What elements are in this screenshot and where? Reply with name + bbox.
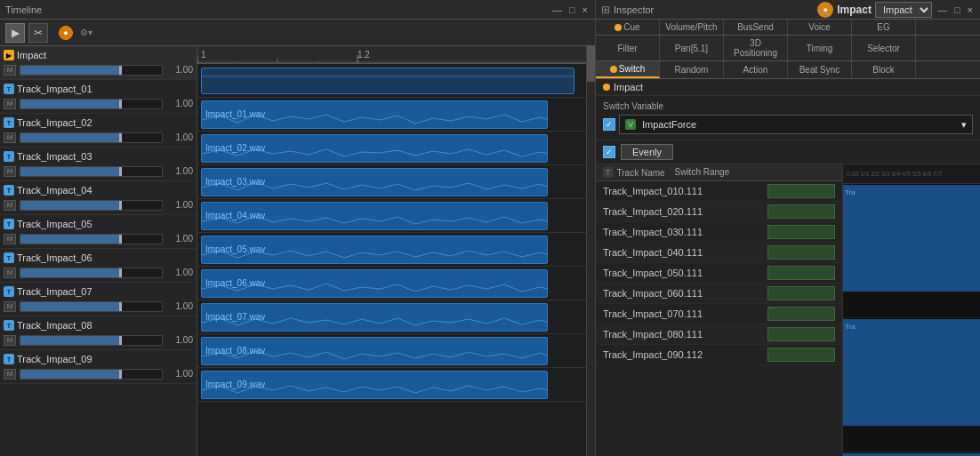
- fader-1[interactable]: [20, 99, 163, 109]
- track-fader-master[interactable]: [20, 65, 163, 76]
- mute-2[interactable]: M: [4, 132, 16, 143]
- vol-5: 1.00: [166, 234, 193, 244]
- inspector-maximize-button[interactable]: □: [952, 4, 962, 15]
- cut-tool-button[interactable]: ✂: [28, 23, 48, 43]
- switch-enabled-checkbox[interactable]: ✓: [603, 118, 615, 131]
- inspector-header: ⊞ Inspector ● Impact Impact — □ ×: [596, 0, 980, 20]
- clip-4[interactable]: Impact_04.wav: [201, 202, 548, 230]
- inspector-event-dropdown[interactable]: Impact: [875, 2, 932, 18]
- add-track-button[interactable]: ●: [59, 26, 73, 40]
- mute-6[interactable]: M: [4, 268, 16, 278]
- scrollbar-thumb[interactable]: [587, 46, 595, 82]
- settings-icon[interactable]: ⚙▾: [80, 28, 92, 37]
- fader-6[interactable]: [20, 268, 163, 278]
- viz-row-3: Tra: [843, 452, 980, 456]
- row-range-4: 0.111: [679, 247, 767, 258]
- evenly-row: ✓ Evenly: [596, 140, 980, 164]
- tab-switch[interactable]: Switch: [596, 61, 660, 78]
- table-row: Track_Impact_02 0.111: [596, 202, 842, 222]
- timeline-scrollbar[interactable]: [586, 46, 595, 456]
- viz-bar-1: Tra: [843, 184, 980, 317]
- viz-section: 0.00 1/1 2/2 3/3 9/4 4/5 5/5 6/6 7/7 Tra…: [842, 164, 980, 456]
- mute-4[interactable]: M: [4, 200, 16, 211]
- inspector-close-button[interactable]: ×: [966, 4, 975, 15]
- fader-2[interactable]: [20, 132, 163, 143]
- table-row: Track_Impact_08 0.111: [596, 324, 842, 345]
- tab-filter-label: Filter: [617, 44, 637, 53]
- fader-3[interactable]: [20, 166, 163, 177]
- viz-bar-3: Tra: [843, 452, 980, 456]
- track-item-master: ▶ Impact M 1.00: [0, 46, 197, 80]
- viz-scale-labels: 0.00 1/1 2/2 3/3 9/4 4/5 5/5 6/6 7/7: [847, 171, 942, 177]
- clip-1[interactable]: Impact_01.wav: [201, 100, 548, 129]
- tab-voice[interactable]: Voice: [788, 20, 852, 35]
- col-track-name: Track Name: [617, 168, 665, 178]
- track-list: ▶ Impact M 1.00 TTrack_Impact_01 M1.00: [0, 46, 197, 456]
- track-mute-button-master[interactable]: M: [4, 65, 16, 76]
- mute-7[interactable]: M: [4, 301, 16, 312]
- timeline-maximize-button[interactable]: □: [567, 4, 577, 15]
- fader-8[interactable]: [20, 335, 163, 346]
- table-row: Track_Impact_05 0.111: [596, 263, 842, 284]
- tab-selector[interactable]: Selector: [852, 36, 916, 60]
- switch-var-row: ✓ V ImpactForce ▾: [603, 115, 973, 134]
- clips-scroll[interactable]: Impact_01.wav Impact_02.wav: [197, 64, 586, 456]
- tab-volume-pitch[interactable]: Volume/Pitch: [660, 20, 724, 35]
- mute-5[interactable]: M: [4, 234, 16, 244]
- tab-pan[interactable]: Pan[5.1]: [660, 36, 724, 60]
- variable-dropdown[interactable]: V ImpactForce ▾: [619, 115, 973, 134]
- fader-9[interactable]: [20, 369, 163, 380]
- row-range-6: 0.111: [679, 288, 767, 299]
- timeline-minimize-button[interactable]: —: [550, 4, 564, 15]
- mute-3[interactable]: M: [4, 166, 16, 177]
- track-name-9: Track_Impact_09: [17, 354, 193, 364]
- clip-9[interactable]: Impact_09.wav: [201, 371, 548, 399]
- clip-name-2: Impact_02.wav: [205, 143, 265, 153]
- track-name-row: ▶ Impact: [4, 50, 193, 60]
- clip-6[interactable]: Impact_06.wav: [201, 269, 548, 298]
- fader-7[interactable]: [20, 301, 163, 312]
- clip-3[interactable]: Impact_03.wav: [201, 168, 548, 196]
- timeline-body: ▶ Impact M 1.00 TTrack_Impact_01 M1.00: [0, 46, 595, 456]
- inspector-grid-icon: ⊞: [601, 4, 610, 16]
- inspector-minimize-button[interactable]: —: [936, 4, 949, 15]
- vol-2: 1.00: [166, 132, 193, 142]
- clip-2[interactable]: Impact_02.wav: [201, 134, 548, 163]
- mute-8[interactable]: M: [4, 335, 16, 346]
- timeline-header: Timeline — □ ×: [0, 0, 595, 20]
- event-label-row: Impact: [596, 79, 980, 96]
- timeline-close-button[interactable]: ×: [581, 4, 590, 15]
- tab-bus-send[interactable]: BusSend: [724, 20, 788, 35]
- fader-5[interactable]: [20, 234, 163, 244]
- tab-eg[interactable]: EG: [852, 20, 916, 35]
- range-bar-6: [767, 286, 835, 300]
- range-bar-8: [767, 327, 835, 341]
- fader-4[interactable]: [20, 200, 163, 211]
- viz-row-1: Tra: [843, 184, 980, 318]
- mute-9[interactable]: M: [4, 369, 16, 380]
- col-switch-range: Switch Range: [675, 167, 764, 178]
- track-item-3: TTrack_Impact_03 M1.00: [0, 148, 197, 181]
- clip-master[interactable]: [201, 68, 574, 94]
- mute-1[interactable]: M: [4, 99, 16, 109]
- evenly-button[interactable]: Evenly: [621, 144, 673, 160]
- clip-row-5: Impact_05.wav: [197, 233, 586, 267]
- tab-3d-positioning[interactable]: 3D Positioning: [724, 36, 788, 60]
- clip-8[interactable]: Impact_08.wav: [201, 337, 548, 365]
- tab-action[interactable]: Action: [724, 61, 788, 78]
- select-tool-button[interactable]: ▶: [5, 23, 25, 43]
- evenly-checkbox[interactable]: ✓: [603, 146, 615, 158]
- vol-6: 1.00: [166, 268, 193, 277]
- svg-rect-9: [843, 185, 980, 292]
- tab-timing[interactable]: Timing: [788, 36, 852, 60]
- tab-beat-sync[interactable]: Beat Sync: [788, 61, 852, 78]
- clip-5[interactable]: Impact_05.wav: [201, 236, 548, 264]
- tab-block[interactable]: Block: [852, 61, 916, 78]
- track-item-2: TTrack_Impact_02 M1.00: [0, 114, 197, 148]
- clip-7[interactable]: Impact_07.wav: [201, 303, 548, 332]
- range-bar-5: [767, 266, 835, 280]
- tab-filter[interactable]: Filter: [596, 36, 660, 60]
- track-name-1: Track_Impact_01: [17, 84, 193, 94]
- tab-cue[interactable]: Cue: [596, 20, 660, 35]
- tab-random[interactable]: Random: [660, 61, 724, 78]
